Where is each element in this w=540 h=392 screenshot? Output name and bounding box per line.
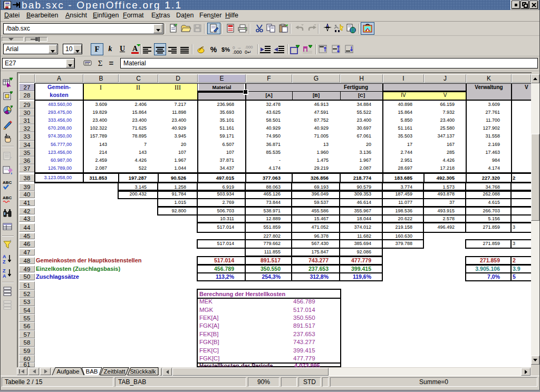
svg-text:0↵: 0↵: [245, 50, 252, 55]
svg-text:Z: Z: [3, 259, 6, 264]
svg-text:.000: .000: [245, 45, 253, 50]
svg-text:A: A: [3, 273, 6, 279]
svg-text:ABC: ABC: [3, 180, 12, 185]
svg-text:Z: Z: [3, 268, 6, 273]
svg-text:ABC: ABC: [3, 195, 12, 200]
svg-text:.000: .000: [233, 50, 242, 55]
svg-text:A: A: [3, 254, 6, 259]
